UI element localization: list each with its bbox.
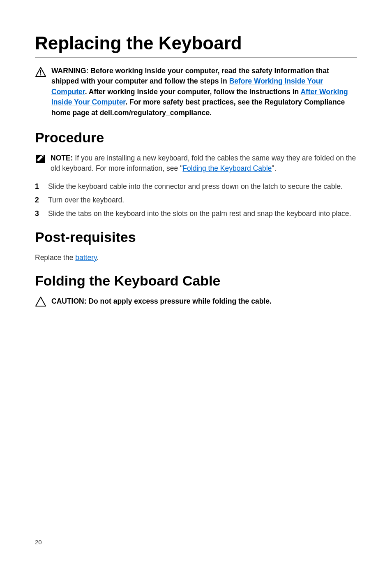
page-number: 20 [35, 539, 42, 546]
warning-mid: . After working inside your computer, fo… [85, 88, 301, 96]
folding-heading: Folding the Keyboard Cable [35, 273, 357, 289]
note-block: NOTE: If you are installing a new keyboa… [35, 153, 357, 174]
step-number: 2 [35, 195, 48, 205]
link-battery[interactable]: battery [75, 253, 97, 262]
procedure-steps: 1 Slide the keyboard cable into the conn… [35, 181, 357, 219]
step-text: Slide the tabs on the keyboard into the … [48, 209, 351, 219]
warning-triangle-icon [35, 67, 46, 79]
svg-point-1 [40, 74, 42, 76]
step-text: Turn over the keyboard. [48, 195, 124, 205]
page-title: Replacing the Keyboard [35, 33, 357, 58]
caution-block: CAUTION: Do not apply excess pressure wh… [35, 296, 357, 309]
list-item: 3 Slide the tabs on the keyboard into th… [35, 209, 357, 219]
postreq-heading: Post-requisites [35, 229, 357, 245]
link-folding-cable[interactable]: Folding the Keyboard Cable [182, 164, 272, 172]
step-number: 1 [35, 181, 48, 192]
note-text: NOTE: If you are installing a new keyboa… [51, 153, 357, 174]
note-body-2: ". [272, 164, 276, 172]
postreq-suffix: . [97, 253, 99, 262]
note-label: NOTE: [51, 154, 75, 162]
step-number: 3 [35, 209, 48, 219]
list-item: 2 Turn over the keyboard. [35, 195, 357, 205]
list-item: 1 Slide the keyboard cable into the conn… [35, 181, 357, 192]
warning-text: WARNING: Before working inside your comp… [51, 66, 357, 118]
procedure-heading: Procedure [35, 130, 357, 146]
note-pencil-icon [35, 154, 46, 165]
postreq-prefix: Replace the [35, 253, 75, 262]
caution-text: CAUTION: Do not apply excess pressure wh… [51, 296, 272, 307]
warning-block: WARNING: Before working inside your comp… [35, 66, 357, 118]
step-text: Slide the keyboard cable into the connec… [48, 181, 343, 192]
caution-triangle-icon [35, 296, 46, 309]
postreq-text: Replace the battery. [35, 253, 357, 263]
